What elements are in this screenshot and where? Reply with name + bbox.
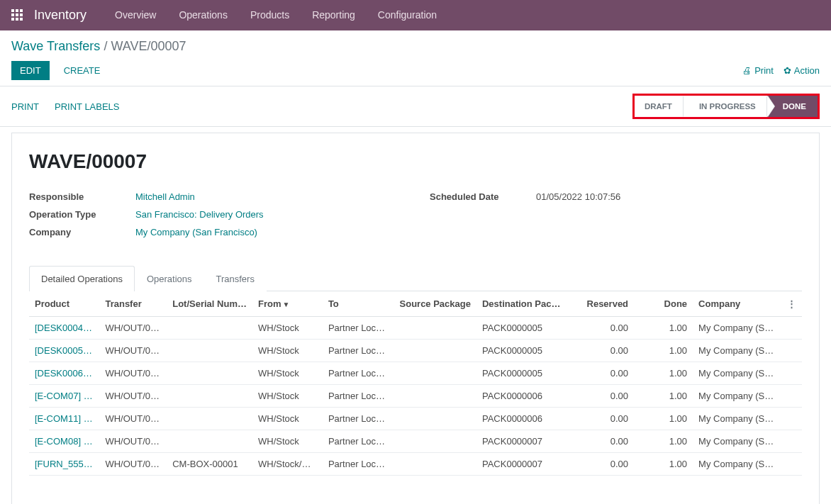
cell-transfer: WH/OUT/000… — [99, 430, 167, 453]
cell-from: WH/Stock — [252, 408, 323, 430]
cell-from: WH/Stock — [252, 340, 323, 362]
cell-dest-package: PACK0000005 — [476, 340, 567, 362]
responsible-value[interactable]: Mitchell Admin — [135, 191, 195, 202]
table-row[interactable]: [DESK0006] Cu…WH/OUT/000…WH/StockPartner… — [29, 362, 802, 385]
cell-reserved: 0.00 — [567, 362, 635, 385]
th-transfer[interactable]: Transfer — [99, 291, 167, 317]
th-done[interactable]: Done — [634, 291, 693, 317]
apps-icon[interactable] — [11, 9, 24, 22]
cell-from: WH/Stock/Shelf 2 — [252, 453, 323, 476]
th-from[interactable]: From▼ — [252, 291, 323, 317]
operation-type-label: Operation Type — [29, 209, 135, 220]
th-to[interactable]: To — [323, 291, 394, 317]
cell-reserved: 0.00 — [567, 453, 635, 476]
cell-reserved: 0.00 — [567, 408, 635, 430]
status-draft-label: Draft — [645, 102, 672, 111]
nav-overview[interactable]: Overview — [104, 0, 167, 30]
cell-done: 1.00 — [634, 408, 693, 430]
cell-spacer — [781, 340, 802, 362]
gear-icon: ✿ — [783, 65, 791, 76]
cell-company: My Company (San… — [693, 408, 781, 430]
th-lot[interactable]: Lot/Serial Num… — [167, 291, 252, 317]
cell-lot — [167, 385, 252, 408]
nav-configuration[interactable]: Configuration — [367, 0, 448, 30]
cell-source-package — [394, 362, 476, 385]
operation-type-value[interactable]: San Francisco: Delivery Orders — [135, 209, 264, 220]
cell-lot: CM-BOX-00001 — [167, 453, 252, 476]
action-label: Action — [794, 65, 820, 76]
table-row[interactable]: [FURN_5555] C…WH/OUT/000…CM-BOX-00001WH/… — [29, 453, 802, 476]
actionbar: Print Print Labels Draft In Progress Don… — [0, 86, 831, 127]
cell-product: [DESK0005] Cu… — [29, 340, 99, 362]
status-draft[interactable]: Draft — [635, 96, 684, 117]
cell-source-package — [394, 430, 476, 453]
cell-product: [E-COM11] Cabi… — [29, 408, 99, 430]
cell-done: 1.00 — [634, 430, 693, 453]
statusbar: Draft In Progress Done — [632, 94, 820, 119]
cell-dest-package: PACK0000005 — [476, 317, 567, 340]
sort-desc-icon: ▼ — [282, 301, 289, 308]
th-company[interactable]: Company — [693, 291, 781, 317]
edit-button[interactable]: Edit — [11, 61, 50, 80]
th-source-package[interactable]: Source Package — [394, 291, 476, 317]
status-in-progress[interactable]: In Progress — [684, 96, 767, 117]
table-row[interactable]: [E-COM08] Stor…WH/OUT/000…WH/StockPartne… — [29, 430, 802, 453]
print-action[interactable]: Print — [11, 101, 39, 112]
cell-from: WH/Stock — [252, 317, 323, 340]
topnav: Overview Operations Products Reporting C… — [104, 0, 448, 30]
cell-company: My Company (San… — [693, 317, 781, 340]
nav-products[interactable]: Products — [239, 0, 301, 30]
cell-done: 1.00 — [634, 362, 693, 385]
cell-spacer — [781, 385, 802, 408]
cell-product: [DESK0004] Cu… — [29, 317, 99, 340]
action-button[interactable]: ✿ Action — [783, 65, 820, 76]
nav-reporting[interactable]: Reporting — [301, 0, 367, 30]
cell-product: [E-COM07] Larg… — [29, 385, 99, 408]
company-value[interactable]: My Company (San Francisco) — [135, 227, 257, 237]
cell-transfer: WH/OUT/000… — [99, 453, 167, 476]
status-done-label: Done — [783, 102, 806, 111]
create-button[interactable]: Create — [57, 61, 108, 80]
th-dest-package[interactable]: Destination Pac… — [476, 291, 567, 317]
breadcrumb-root[interactable]: Wave Transfers — [11, 39, 100, 53]
cell-reserved: 0.00 — [567, 430, 635, 453]
cell-spacer — [781, 317, 802, 340]
table-row[interactable]: [DESK0004] Cu…WH/OUT/000…WH/StockPartner… — [29, 317, 802, 340]
cell-product: [DESK0006] Cu… — [29, 362, 99, 385]
cell-dest-package: PACK0000006 — [476, 385, 567, 408]
subheader: Wave Transfers / WAVE/00007 Edit Create … — [0, 30, 831, 86]
th-options-icon[interactable]: ⋮ — [781, 291, 802, 317]
cell-product: [E-COM08] Stor… — [29, 430, 99, 453]
table-row[interactable]: [E-COM07] Larg…WH/OUT/000…WH/StockPartne… — [29, 385, 802, 408]
cell-from: WH/Stock — [252, 385, 323, 408]
table-body: [DESK0004] Cu…WH/OUT/000…WH/StockPartner… — [29, 317, 802, 505]
print-label: Print — [754, 65, 774, 76]
cell-transfer: WH/OUT/000… — [99, 385, 167, 408]
cell-company: My Company (San… — [693, 362, 781, 385]
cell-from: WH/Stock — [252, 362, 323, 385]
cell-to: Partner Locations… — [323, 385, 394, 408]
table-row[interactable]: [DESK0005] Cu…WH/OUT/000…WH/StockPartner… — [29, 340, 802, 362]
form-sheet: WAVE/00007 Responsible Mitchell Admin Op… — [11, 133, 820, 504]
cell-lot — [167, 340, 252, 362]
cell-lot — [167, 362, 252, 385]
cell-reserved: 0.00 — [567, 340, 635, 362]
cell-dest-package: PACK0000007 — [476, 430, 567, 453]
cell-spacer — [781, 430, 802, 453]
tab-transfers[interactable]: Transfers — [204, 266, 267, 291]
th-reserved[interactable]: Reserved — [567, 291, 635, 317]
cell-source-package — [394, 317, 476, 340]
cell-company: My Company (San… — [693, 430, 781, 453]
table-row[interactable]: [E-COM11] Cabi…WH/OUT/000…WH/StockPartne… — [29, 408, 802, 430]
breadcrumb-sep: / — [104, 39, 111, 53]
th-product[interactable]: Product — [29, 291, 99, 317]
toolbar: Edit Create 🖨 Print ✿ Action — [11, 61, 820, 80]
cell-source-package — [394, 453, 476, 476]
print-labels-action[interactable]: Print Labels — [55, 101, 120, 112]
tab-operations[interactable]: Operations — [135, 266, 204, 291]
tab-detailed-operations[interactable]: Detailed Operations — [29, 266, 135, 291]
print-button[interactable]: 🖨 Print — [742, 65, 774, 76]
nav-operations[interactable]: Operations — [167, 0, 238, 30]
brand-title[interactable]: Inventory — [34, 8, 87, 23]
cell-source-package — [394, 340, 476, 362]
